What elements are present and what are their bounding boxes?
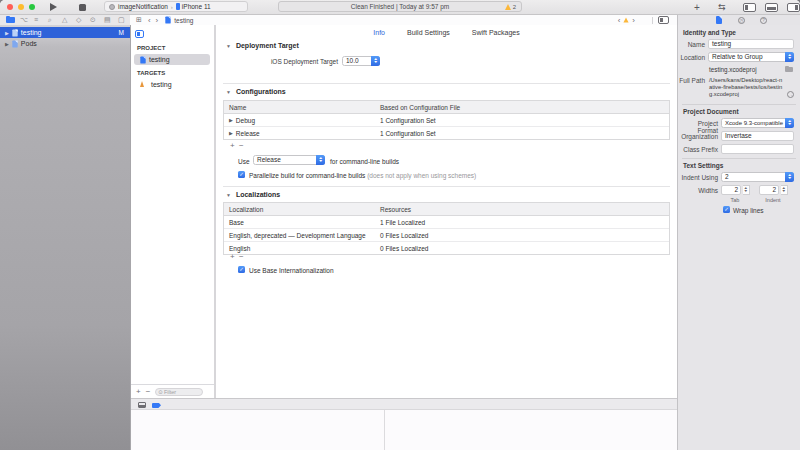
stop-button[interactable] bbox=[79, 2, 86, 12]
navigator-item-label[interactable]: Pods bbox=[21, 40, 37, 47]
project-format-dropdown[interactable]: Xcode 9.3-compatible ▲▼ bbox=[721, 118, 794, 128]
wrap-lines-checkbox[interactable]: ✓ bbox=[723, 206, 730, 213]
sidebar-item-label[interactable]: testing bbox=[149, 56, 170, 63]
close-window-button[interactable] bbox=[7, 4, 13, 10]
tab-width-stepper[interactable]: ▲▼ bbox=[743, 185, 750, 195]
disclosure-icon[interactable]: ▶ bbox=[229, 117, 233, 123]
jumpbar-file-name[interactable]: testing bbox=[174, 17, 193, 24]
indent-using-dropdown[interactable]: 2 ▲▼ bbox=[721, 172, 794, 182]
column-header[interactable]: Localization bbox=[224, 206, 380, 213]
navigator-item-pods[interactable]: ▶ Pods bbox=[0, 38, 130, 49]
toggle-inspector-button[interactable] bbox=[787, 2, 800, 12]
add-configuration-button[interactable]: + bbox=[230, 141, 235, 151]
related-items-icon[interactable]: ⊞ bbox=[136, 16, 142, 24]
next-issue-button[interactable]: › bbox=[632, 16, 635, 25]
table-row[interactable]: English 0 Files Localized bbox=[224, 242, 669, 254]
parallelize-checkbox[interactable]: ✓ bbox=[238, 171, 245, 178]
previous-issue-button[interactable]: ‹ bbox=[618, 16, 621, 25]
filter-input[interactable]: ⊙ Filter bbox=[155, 388, 203, 396]
name-field[interactable]: testing bbox=[708, 39, 794, 49]
toggle-navigator-button[interactable] bbox=[743, 2, 756, 12]
breakpoints-toggle-icon[interactable] bbox=[152, 403, 161, 409]
tab-info[interactable]: Info bbox=[373, 29, 385, 36]
minimize-window-button[interactable] bbox=[18, 4, 24, 10]
find-navigator-icon[interactable]: ⌕ bbox=[48, 15, 52, 25]
symbol-navigator-icon[interactable]: ≡ bbox=[34, 15, 38, 25]
back-button[interactable]: ‹ bbox=[148, 16, 151, 25]
warning-counter[interactable]: 2 bbox=[505, 4, 516, 10]
source-control-navigator-icon[interactable]: ⌥ bbox=[20, 15, 28, 25]
scheme-device[interactable]: iPhone 11 bbox=[182, 3, 211, 10]
remove-configuration-button[interactable]: − bbox=[239, 141, 244, 151]
toggle-debug-area-button[interactable] bbox=[765, 2, 778, 12]
tab-width-field[interactable]: 2 bbox=[721, 185, 741, 195]
hide-debug-area-icon[interactable] bbox=[138, 402, 146, 408]
base-internationalization-checkbox[interactable]: ✓ bbox=[238, 266, 245, 273]
location-dropdown[interactable]: Relative to Group ▲▼ bbox=[708, 52, 794, 62]
class-prefix-field[interactable] bbox=[721, 144, 794, 154]
table-header-row: Name Based on Configuration File bbox=[224, 101, 669, 114]
add-localization-button[interactable]: + bbox=[230, 252, 235, 262]
folder-icon[interactable] bbox=[785, 67, 793, 72]
column-header[interactable]: Based on Configuration File bbox=[380, 104, 669, 111]
disclosure-open-icon[interactable]: ▼ bbox=[226, 192, 231, 198]
section-divider bbox=[682, 158, 796, 159]
file-inspector-icon[interactable] bbox=[716, 16, 722, 24]
tab-sublabel: Tab bbox=[721, 197, 749, 203]
test-navigator-icon[interactable]: ◇ bbox=[76, 15, 81, 25]
console-split-divider[interactable] bbox=[384, 410, 385, 450]
deployment-target-dropdown[interactable]: 10.0 ▲▼ bbox=[342, 56, 380, 66]
run-button[interactable] bbox=[50, 2, 57, 12]
xcode-window: imageNotification › iPhone 11 Clean Fini… bbox=[0, 0, 800, 450]
code-review-button[interactable]: ⇆ bbox=[718, 2, 726, 12]
section-title: Configurations bbox=[236, 88, 286, 95]
zoom-window-button[interactable] bbox=[29, 4, 35, 10]
column-header[interactable]: Name bbox=[224, 104, 380, 111]
remove-localization-button[interactable]: − bbox=[239, 252, 244, 262]
disclosure-icon[interactable]: ▶ bbox=[229, 130, 233, 136]
library-button[interactable]: + bbox=[694, 2, 700, 12]
column-header[interactable]: Resources bbox=[380, 206, 669, 213]
disclosure-icon[interactable]: ▶ bbox=[5, 41, 9, 47]
table-row[interactable]: ▶Release 1 Configuration Set bbox=[224, 127, 669, 139]
forward-button[interactable]: › bbox=[156, 16, 159, 25]
sidebar-item-label[interactable]: testing bbox=[151, 81, 172, 88]
scheme-name[interactable]: imageNotification bbox=[118, 3, 168, 10]
organization-field[interactable]: Invertase bbox=[721, 131, 794, 141]
reveal-arrow-icon[interactable]: → bbox=[787, 91, 794, 98]
scheme-selector[interactable]: imageNotification › iPhone 11 bbox=[104, 1, 248, 12]
report-navigator-icon[interactable]: ▢ bbox=[118, 15, 125, 25]
quick-help-inspector-icon[interactable]: ? bbox=[760, 17, 767, 24]
indent-width-field[interactable]: 2 bbox=[759, 185, 779, 195]
indent-width-stepper[interactable]: ▲▼ bbox=[781, 185, 788, 195]
remove-button[interactable]: − bbox=[146, 387, 151, 397]
navigator-item-testing[interactable]: ▶ testing M bbox=[0, 27, 130, 38]
indent-sublabel: Indent bbox=[759, 197, 787, 203]
disclosure-open-icon[interactable]: ▼ bbox=[226, 43, 231, 49]
history-inspector-icon[interactable]: ◷ bbox=[738, 17, 745, 24]
sidebar-item-project-testing[interactable]: testing bbox=[134, 54, 210, 65]
disclosure-icon[interactable]: ▶ bbox=[5, 30, 9, 36]
toggle-projects-list-icon[interactable] bbox=[135, 30, 144, 38]
add-button[interactable]: + bbox=[136, 387, 141, 397]
table-row[interactable]: ▶Debug 1 Configuration Set bbox=[224, 114, 669, 127]
debug-navigator-icon[interactable]: ⊙ bbox=[90, 15, 96, 25]
editor-options-icon[interactable] bbox=[658, 16, 669, 24]
issue-navigator-icon[interactable]: △ bbox=[62, 15, 67, 25]
disclosure-open-icon[interactable]: ▼ bbox=[226, 89, 231, 95]
tab-build-settings[interactable]: Build Settings bbox=[407, 29, 450, 36]
breakpoint-navigator-icon[interactable]: ▤ bbox=[104, 15, 111, 25]
table-row[interactable]: English, deprecated — Development Langua… bbox=[224, 229, 669, 242]
navigator-item-label[interactable]: testing bbox=[21, 29, 42, 36]
tab-swift-packages[interactable]: Swift Packages bbox=[472, 29, 520, 36]
divider bbox=[652, 17, 653, 24]
command-line-config-dropdown[interactable]: Release ▲▼ bbox=[253, 155, 325, 165]
sidebar-item-target-testing[interactable]: testing bbox=[134, 79, 210, 90]
debug-console bbox=[131, 410, 677, 450]
project-navigator-icon[interactable] bbox=[6, 17, 15, 23]
project-format-label: Project Format bbox=[678, 120, 718, 134]
localization-name: Base bbox=[224, 219, 380, 226]
project-file-icon bbox=[12, 40, 17, 47]
table-row[interactable]: Base 1 File Localized bbox=[224, 216, 669, 229]
section-divider bbox=[223, 186, 670, 187]
